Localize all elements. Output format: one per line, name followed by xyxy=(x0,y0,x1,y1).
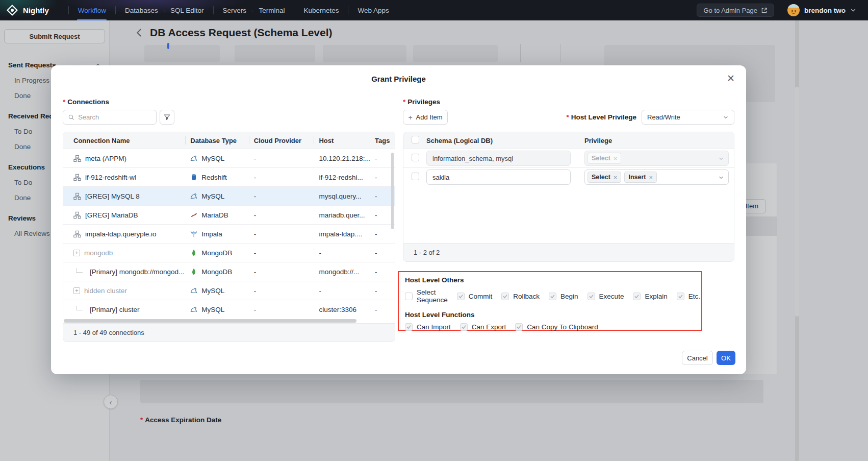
checkbox-commit[interactable]: Commit xyxy=(457,293,493,300)
connection-row[interactable]: [GREG] MariaDB MariaDB - mariadb.quer...… xyxy=(63,205,395,224)
connection-child-row[interactable]: [Primary] mongodb://mongod... MongoDB - … xyxy=(63,262,395,281)
connection-row[interactable]: meta (APPM) MySQL - 10.120.21.218:... - xyxy=(63,149,395,167)
row-checkbox[interactable] xyxy=(412,154,419,161)
nav-tab-web-apps[interactable]: Web Apps xyxy=(358,0,389,20)
privilege-multiselect[interactable]: Select× xyxy=(584,151,729,166)
nav-tab-servers[interactable]: Servers xyxy=(223,0,247,20)
checkbox-begin[interactable]: Begin xyxy=(549,293,578,300)
column-header-schema: Schema (Logical DB) xyxy=(426,137,584,144)
close-icon[interactable]: ✕ xyxy=(727,74,735,83)
host: if-912-redshi... xyxy=(314,174,370,181)
connection-row[interactable]: if-912-redshift-wl Redshift - if-912-red… xyxy=(63,167,395,186)
checkbox xyxy=(405,293,413,300)
column-header-database-type[interactable]: Database Type xyxy=(185,132,249,149)
checkbox-select-sequence[interactable]: Select Sequence xyxy=(405,288,448,304)
checkbox-label: Rollback xyxy=(513,293,540,300)
connection-group-row[interactable]: mongodb MongoDB - - - xyxy=(63,243,395,262)
checkbox xyxy=(588,293,595,300)
ok-button[interactable]: OK xyxy=(717,351,735,365)
nav-tab-kubernetes[interactable]: Kubernetes xyxy=(303,0,339,20)
connection-name: mongodb xyxy=(84,249,113,257)
table-horizontal-scrollbar[interactable] xyxy=(63,319,395,323)
filter-button[interactable] xyxy=(160,110,174,125)
column-header-tags[interactable]: Tags xyxy=(370,132,395,149)
checkbox-label: Select Sequence xyxy=(417,288,448,304)
remove-tag-icon[interactable]: × xyxy=(649,174,653,181)
column-header-cloud-provider[interactable]: Cloud Provider xyxy=(249,132,314,149)
connection-row-selected[interactable]: [GREG] MySQL 8 MySQL - mysql.query... - xyxy=(63,186,395,205)
scrollbar-thumb[interactable] xyxy=(64,319,356,323)
schema-table-header: Schema (Logical DB) Privilege xyxy=(403,132,734,149)
connection-group-row[interactable]: hidden cluster MySQL - - - xyxy=(63,281,395,300)
privilege-multiselect[interactable]: Select× Insert× xyxy=(584,169,729,185)
database-type: MongoDB xyxy=(201,249,232,257)
navbar-divider xyxy=(115,6,116,14)
connection-row[interactable]: impala-ldap.queryple.io Impala - impala-… xyxy=(63,224,395,243)
column-header-connection-name[interactable]: Connection Name xyxy=(63,132,185,149)
expand-icon[interactable] xyxy=(73,287,80,294)
remove-tag-icon[interactable]: × xyxy=(614,174,618,181)
chevron-down-icon[interactable] xyxy=(850,7,857,14)
connection-sitemap-icon xyxy=(73,192,81,200)
plus-icon: + xyxy=(408,113,412,122)
expand-icon[interactable] xyxy=(73,250,80,256)
checkbox xyxy=(501,293,509,300)
schema-row: sakila Select× Insert× xyxy=(403,167,734,186)
database-type: MySQL xyxy=(201,192,224,200)
connection-sitemap-icon xyxy=(73,174,81,181)
checkbox-etc[interactable]: Etc. xyxy=(677,293,700,300)
checkbox-explain[interactable]: Explain xyxy=(633,293,667,300)
cancel-button[interactable]: Cancel xyxy=(682,351,713,365)
chevron-down-icon xyxy=(718,156,724,162)
checkbox-label: Can Import xyxy=(417,323,451,331)
go-to-admin-page-button[interactable]: Go to Admin Page xyxy=(697,4,774,17)
connection-search xyxy=(63,110,157,125)
table-vertical-scrollbar[interactable] xyxy=(391,153,394,229)
connection-name: [Primary] mongodb://mongod... xyxy=(90,268,184,276)
connection-child-row[interactable]: [Primary] cluster MySQL - cluster:3306 - xyxy=(63,300,395,319)
checkbox-execute[interactable]: Execute xyxy=(588,293,624,300)
host-level-others-title: Host Level Others xyxy=(405,276,695,284)
database-type: MongoDB xyxy=(201,268,232,276)
nav-tab-terminal[interactable]: Terminal xyxy=(259,0,285,20)
app-logo-icon[interactable] xyxy=(6,4,19,17)
chevron-down-icon xyxy=(718,175,724,181)
checkbox-label: Can Export xyxy=(472,323,506,331)
nav-tab-databases[interactable]: Databases xyxy=(125,0,158,20)
checkbox-label: Execute xyxy=(599,293,624,300)
add-item-button[interactable]: + Add Item xyxy=(403,110,448,125)
checkbox-can-export[interactable]: Can Export xyxy=(460,323,506,331)
column-header-host[interactable]: Host xyxy=(314,132,370,149)
remove-tag-icon[interactable]: × xyxy=(614,155,618,162)
schema-input[interactable]: information_schema, mysql xyxy=(426,151,571,166)
row-checkbox[interactable] xyxy=(412,173,419,180)
host-level-options-highlight: Host Level Others Select Sequence Commit… xyxy=(398,271,702,331)
grant-privilege-modal: Grant Privilege ✕ *Connections Connectio… xyxy=(51,65,746,374)
database-type: Impala xyxy=(201,230,222,238)
avatar-smile xyxy=(792,12,796,14)
search-input[interactable] xyxy=(78,113,151,121)
checkbox xyxy=(405,323,413,331)
connection-name: hidden cluster xyxy=(84,287,127,295)
nav-tab-workflow[interactable]: Workflow xyxy=(78,0,106,20)
checkbox-rollback[interactable]: Rollback xyxy=(501,293,540,300)
checkbox xyxy=(460,323,468,331)
host-level-privilege-select[interactable]: Read/Write xyxy=(642,110,734,125)
navbar-left: Nightly Workflow Databases · SQL Editor … xyxy=(0,0,389,20)
select-all-checkbox[interactable] xyxy=(412,136,419,143)
nav-tab-sql-editor[interactable]: SQL Editor xyxy=(170,0,204,20)
checkbox-can-import[interactable]: Can Import xyxy=(405,323,451,331)
user-avatar[interactable] xyxy=(787,4,800,16)
external-link-icon xyxy=(761,7,768,14)
connection-name: meta (APPM) xyxy=(85,155,126,162)
screen: Nightly Workflow Databases · SQL Editor … xyxy=(0,0,868,461)
schema-pagination: 1 - 2 of 2 xyxy=(403,243,734,261)
field-label-text: Privileges xyxy=(407,98,440,106)
field-label-text: Host Level Privilege xyxy=(571,113,636,121)
checkbox-can-copy-to-clipboard[interactable]: Can Copy To Clipboard xyxy=(515,323,598,331)
checkbox-label: Explain xyxy=(645,293,667,300)
checkbox xyxy=(549,293,556,300)
add-item-label: Add Item xyxy=(416,113,443,121)
schema-input[interactable]: sakila xyxy=(426,169,571,185)
tags: - xyxy=(370,268,395,276)
